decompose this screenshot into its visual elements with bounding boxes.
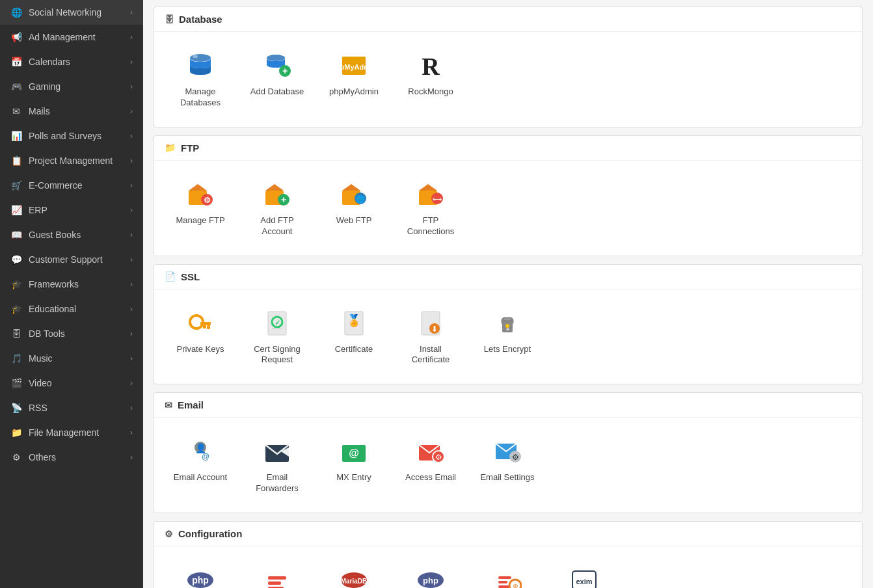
svg-text:⬇: ⬇ (431, 325, 438, 334)
grid-icon-apache (262, 565, 293, 588)
grid-label: Add Database (250, 87, 304, 98)
sidebar-item-ad-management[interactable]: 📢 Ad Management › (0, 25, 143, 49)
grid-item-db-manage[interactable]: Manage Databases (165, 42, 236, 116)
sidebar-item-others[interactable]: ⚙ Others › (0, 445, 143, 470)
grid-item-ssl-csr[interactable]: ✓ Cert Signing Request (241, 300, 313, 374)
svg-text:☀: ☀ (505, 327, 510, 332)
svg-point-2 (267, 55, 285, 61)
sidebar-icon: 📈 (10, 204, 22, 216)
grid-item-ftp-add[interactable]: + Add FTP Account (241, 171, 313, 245)
svg-text:MariaDB: MariaDB (341, 578, 368, 585)
chevron-icon: › (130, 107, 133, 116)
grid-item-access-email[interactable]: ⚙ Access Email (395, 428, 466, 502)
sidebar-item-gaming[interactable]: 🎮 Gaming › (0, 74, 143, 99)
sidebar-item-social-networking[interactable]: 🌐 Social Networking › (0, 0, 143, 25)
svg-text:phpMyAdmin: phpMyAdmin (340, 63, 368, 71)
svg-marker-21 (419, 184, 437, 191)
chevron-icon: › (130, 428, 133, 437)
grid-label: RockMongo (408, 87, 453, 98)
grid-item-apache-settings[interactable]: ⚙ Apache Settings (472, 557, 543, 588)
svg-text:✓: ✓ (275, 319, 280, 327)
sidebar-icon: 💬 (10, 254, 22, 265)
grid-item-ftp-manage[interactable]: ⚙ Manage FTP (165, 171, 236, 245)
chevron-icon: › (130, 403, 133, 412)
sidebar-label: Mails (29, 106, 50, 116)
svg-rect-57 (268, 581, 281, 585)
sidebar-item-polls-and-surveys[interactable]: 📊 Polls and Surveys › (0, 124, 143, 148)
svg-text:+: + (282, 66, 288, 76)
sidebar-icon: 📋 (10, 155, 22, 167)
grid-label: Cert Signing Request (247, 344, 308, 366)
chevron-icon: › (130, 82, 133, 91)
sidebar-item-mails[interactable]: ✉ Mails › (0, 99, 143, 124)
grid-item-rockmongo[interactable]: R RockMongo (395, 42, 466, 116)
grid-item-php[interactable]: php PHP (165, 557, 236, 588)
grid-item-db-add[interactable]: + Add Database (241, 42, 313, 116)
sidebar-item-educational[interactable]: 🎓 Educational › (0, 297, 143, 321)
grid-item-apache[interactable]: Apache (241, 557, 313, 588)
sidebar-item-file-management[interactable]: 📁 File Management › (0, 420, 143, 445)
grid-item-ftp-connections[interactable]: ⟷ FTP Connections (395, 171, 466, 245)
svg-text:exim: exim (576, 578, 592, 585)
grid-icon-ftp-connections: ⟷ (415, 179, 446, 210)
section-configuration: ⚙Configuration php PHP Apache MariaDB Ma… (154, 521, 863, 588)
grid-item-email-settings[interactable]: ⚙ Email Settings (472, 428, 543, 502)
sidebar-label: Polls and Surveys (29, 131, 101, 141)
svg-marker-9 (189, 184, 207, 191)
sidebar-icon: 📅 (10, 56, 22, 68)
sidebar-item-db-tools[interactable]: 🗄 DB Tools › (0, 321, 143, 346)
sidebar-label: Educational (29, 304, 76, 314)
grid-icon-ssl-cert: 🏅 (338, 308, 369, 339)
section-header-configuration: ⚙Configuration (154, 522, 862, 546)
sidebar-item-guest-books[interactable]: 📖 Guest Books › (0, 222, 143, 247)
grid-item-exim[interactable]: exim Exim (548, 557, 620, 588)
svg-text:⚙: ⚙ (513, 583, 518, 588)
section-title: SSL (181, 271, 200, 282)
sidebar-label: Others (29, 452, 56, 462)
grid-item-mx-entry[interactable]: @ MX Entry (318, 428, 390, 502)
sidebar-item-erp[interactable]: 📈 ERP › (0, 198, 143, 222)
section-body-configuration: php PHP Apache MariaDB MariaDB10.0 php P… (154, 546, 862, 588)
section-ftp: 📁FTP ⚙ Manage FTP + Add FTP Account 🌐 We… (154, 135, 863, 256)
svg-text:⚙: ⚙ (204, 196, 211, 205)
sidebar-item-frameworks[interactable]: 🎓 Frameworks › (0, 272, 143, 297)
grid-icon-email-forwarders (262, 436, 293, 467)
chevron-icon: › (130, 57, 133, 66)
chevron-icon: › (130, 156, 133, 165)
grid-item-mariadb[interactable]: MariaDB MariaDB10.0 (318, 557, 390, 588)
grid-item-ssl-cert[interactable]: 🏅 Certificate (318, 300, 390, 374)
section-body-database: Manage Databases + Add Database phpMyAdm… (154, 32, 862, 127)
sidebar-item-customer-support[interactable]: 💬 Customer Support › (0, 247, 143, 272)
sidebar-icon: 🎬 (10, 377, 22, 389)
sidebar-icon: 📢 (10, 31, 22, 43)
grid-item-php-ext[interactable]: php PHP Extensions (395, 557, 466, 588)
grid-item-phpmyadmin[interactable]: phpMyAdmin phpMyAdmin (318, 42, 390, 116)
chevron-icon: › (130, 33, 133, 42)
sidebar-label: Calendars (29, 57, 70, 67)
grid-label: Certificate (335, 344, 373, 355)
svg-text:⚙: ⚙ (512, 453, 519, 462)
grid-item-ssl-install[interactable]: ⬇ Install Certificate (395, 300, 466, 374)
grid-item-ssl-letsencrypt[interactable]: ☀ Lets Encrypt (472, 300, 543, 374)
grid-item-web-ftp[interactable]: 🌐 Web FTP (318, 171, 390, 245)
grid-item-email-account[interactable]: 👤@ Email Account (165, 428, 236, 502)
sidebar-item-video[interactable]: 🎬 Video › (0, 371, 143, 395)
grid-icon-ssl-csr: ✓ (262, 308, 293, 339)
sidebar-item-music[interactable]: 🎵 Music › (0, 346, 143, 371)
grid-label: MX Entry (336, 472, 371, 483)
svg-text:R: R (422, 53, 440, 80)
grid-icon-php: php (185, 565, 216, 588)
grid-item-ssl-keys[interactable]: Private Keys (165, 300, 236, 374)
grid-icon-ssl-keys (185, 308, 216, 339)
sidebar-label: ERP (29, 205, 47, 215)
sidebar-item-project-management[interactable]: 📋 Project Management › (0, 148, 143, 173)
sidebar-item-e-commerce[interactable]: 🛒 E-Commerce › (0, 173, 143, 198)
sidebar-icon: ✉ (10, 105, 22, 117)
sidebar-item-rss[interactable]: 📡 RSS › (0, 395, 143, 420)
grid-item-email-forwarders[interactable]: Email Forwarders (241, 428, 313, 502)
chevron-icon: › (130, 354, 133, 363)
grid-label: Add FTP Account (247, 215, 308, 237)
sidebar-item-calendars[interactable]: 📅 Calendars › (0, 49, 143, 74)
svg-marker-17 (342, 184, 360, 191)
grid-icon-phpmyadmin: phpMyAdmin (338, 50, 369, 81)
